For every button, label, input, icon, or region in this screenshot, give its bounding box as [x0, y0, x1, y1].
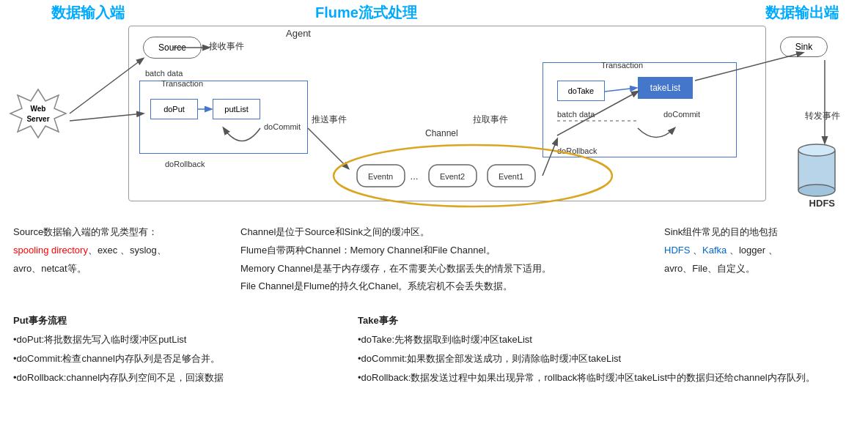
putlist-box: putList [213, 99, 260, 119]
source-box: Source [143, 37, 202, 59]
kafka-text: Kafka [702, 245, 727, 256]
sink-types-more: avro、File、自定义。 [664, 261, 855, 277]
content-col-center: Channel是位于Source和Sink之间的缓冲区。 Flume自带两种Ch… [240, 225, 664, 297]
dotake-box: doTake [557, 81, 605, 101]
source-types-mid: 、exec 、syslog、 [88, 245, 166, 256]
dorollback-right: doRollback [557, 146, 597, 155]
take-step1: •doTake:先将数据取到临时缓冲区takeList [358, 332, 855, 348]
dorollback-left: doRollback [165, 160, 205, 168]
take-step2: •doCommit:如果数据全部发送成功，则清除临时缓冲区takeList [358, 352, 855, 367]
batch-data-right: batch data [557, 110, 595, 119]
forward-event-label: 转发事件 [805, 110, 840, 122]
doput-box: doPut [150, 99, 198, 119]
file-channel-desc: File Channel是Flume的持久化Chanel。系统宕机不会丢失数据。 [240, 279, 657, 294]
put-step3: •doRollback:channel内存队列空间不足，回滚数据 [13, 371, 328, 386]
sink-types-list: HDFS 、Kafka 、logger 、 [664, 243, 855, 259]
bottom-col-left: Put事务流程 •doPut:将批数据先写入临时缓冲区putList •doCo… [13, 313, 328, 389]
spooling-text: spooling directory [13, 245, 88, 256]
pull-event-label: 拉取事件 [473, 114, 508, 126]
sep2: 、logger 、 [727, 245, 777, 256]
channel-desc-title: Channel是位于Source和Sink之间的缓冲区。 [240, 225, 657, 240]
agent-label: Agent [286, 28, 311, 39]
receive-event-label: 接收事件 [209, 40, 244, 53]
channel-label: Channel [425, 128, 458, 138]
hdfs-cylinder [795, 143, 839, 198]
sep1: 、 [690, 245, 702, 256]
put-transaction-title: Put事务流程 [13, 313, 328, 329]
docommit-left: doCommit [264, 122, 301, 131]
bottom-col-right: Take事务 •doTake:先将数据取到临时缓冲区takeList •doCo… [358, 313, 855, 389]
svg-text:Server: Server [26, 115, 49, 123]
put-step1: •doPut:将批数据先写入临时缓冲区putList [13, 332, 328, 348]
docommit-right: doCommit [663, 110, 700, 119]
source-types-title: Source数据输入端的常见类型有： [13, 225, 233, 240]
channel-types: Flume自带两种Channel：Memory Channel和File Cha… [240, 243, 657, 259]
hdfs-text: HDFS [664, 245, 690, 256]
transaction-label-left: Transaction [161, 79, 203, 88]
put-step2: •doCommit:检查channel内存队列是否足够合并。 [13, 352, 328, 367]
content-col-right: Sink组件常见的目的地包括 HDFS 、Kafka 、logger 、 avr… [664, 225, 855, 297]
header-center: Flume流式处理 [315, 3, 417, 23]
web-server-starburst: Web Server [9, 88, 67, 139]
memory-channel-desc: Memory Channel是基于内存缓存，在不需要关心数据丢失的情景下适用。 [240, 261, 657, 277]
svg-point-5 [798, 185, 835, 196]
content-col-left: Source数据输入端的常见类型有： spooling directory、ex… [13, 225, 240, 297]
sink-box: Sink [780, 37, 828, 57]
svg-point-4 [798, 144, 835, 156]
source-types-more: avro、netcat等。 [13, 261, 233, 277]
batch-data-left-label: batch data [145, 69, 183, 78]
sink-types-title: Sink组件常见的目的地包括 [664, 225, 855, 240]
content-section: Source数据输入端的常见类型有： spooling directory、ex… [0, 216, 868, 306]
hdfs-label: HDFS [809, 198, 835, 209]
header-left: 数据输入端 [51, 3, 125, 23]
source-types-list: spooling directory、exec 、syslog、 [13, 243, 233, 259]
svg-marker-0 [10, 89, 66, 138]
push-event-label: 推送事件 [312, 114, 347, 126]
header-right: 数据输出端 [765, 3, 839, 23]
diagram-section: 数据输入端 Flume流式处理 数据输出端 Agent Web Server S… [0, 0, 868, 216]
take-step3: •doRollback:数据发送过程中如果出现异常，rollback将临时缓冲区… [358, 371, 855, 386]
transaction-label-right: Transaction [601, 61, 643, 70]
take-transaction-title: Take事务 [358, 313, 855, 329]
svg-text:Web: Web [31, 105, 46, 113]
bottom-section: Put事务流程 •doPut:将批数据先写入临时缓冲区putList •doCo… [0, 306, 868, 396]
takelist-box: takeList [638, 77, 693, 99]
